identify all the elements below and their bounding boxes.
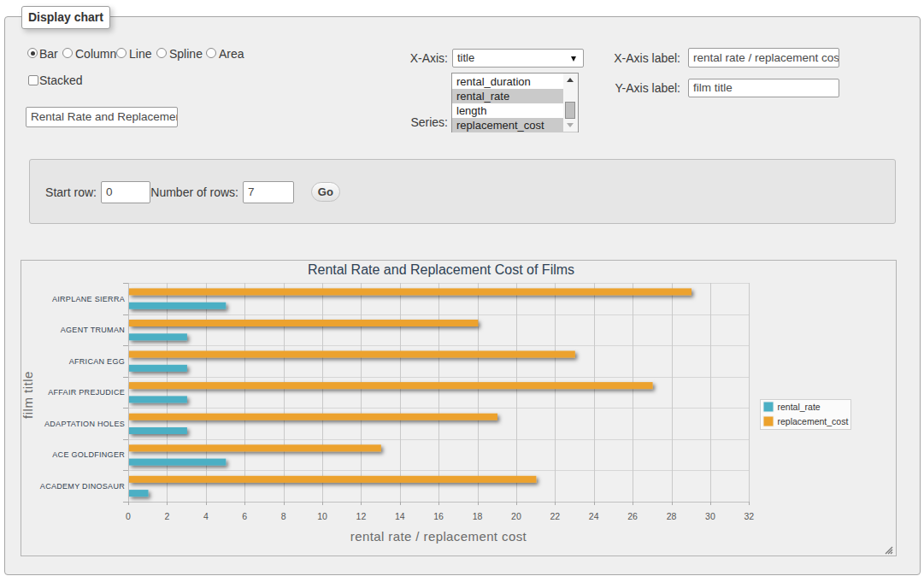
svg-text:32: 32: [744, 511, 754, 521]
svg-text:ADAPTATION HOLES: ADAPTATION HOLES: [44, 420, 125, 428]
svg-text:28: 28: [667, 511, 677, 521]
svg-text:20: 20: [511, 511, 521, 521]
svg-text:AFFAIR PREJUDICE: AFFAIR PREJUDICE: [48, 388, 125, 397]
svg-text:2: 2: [164, 511, 169, 521]
svg-text:ACE GOLDFINGER: ACE GOLDFINGER: [52, 450, 125, 459]
svg-text:rental_rate: rental_rate: [778, 402, 821, 412]
svg-text:30: 30: [705, 511, 715, 521]
svg-text:12: 12: [356, 511, 367, 521]
svg-text:16: 16: [433, 511, 444, 521]
svg-text:18: 18: [473, 511, 483, 521]
svg-text:22: 22: [550, 511, 560, 521]
svg-text:24: 24: [589, 511, 599, 521]
svg-text:Rental Rate and Replacement Co: Rental Rate and Replacement Cost of Film…: [308, 262, 574, 277]
svg-text:film title: film title: [21, 371, 35, 419]
svg-text:8: 8: [281, 511, 286, 521]
svg-text:ACADEMY DINOSAUR: ACADEMY DINOSAUR: [40, 482, 125, 491]
svg-text:0: 0: [126, 511, 131, 521]
svg-text:14: 14: [395, 511, 405, 521]
svg-text:6: 6: [242, 511, 247, 521]
svg-text:4: 4: [203, 511, 209, 521]
svg-text:replacement_cost: replacement_cost: [778, 416, 849, 426]
svg-text:10: 10: [317, 511, 327, 521]
svg-text:AIRPLANE SIERRA: AIRPLANE SIERRA: [52, 295, 125, 303]
svg-text:rental rate / replacement cost: rental rate / replacement cost: [350, 529, 527, 544]
svg-text:AFRICAN EGG: AFRICAN EGG: [69, 357, 125, 366]
svg-text:26: 26: [627, 511, 638, 521]
svg-text:AGENT TRUMAN: AGENT TRUMAN: [61, 326, 125, 334]
